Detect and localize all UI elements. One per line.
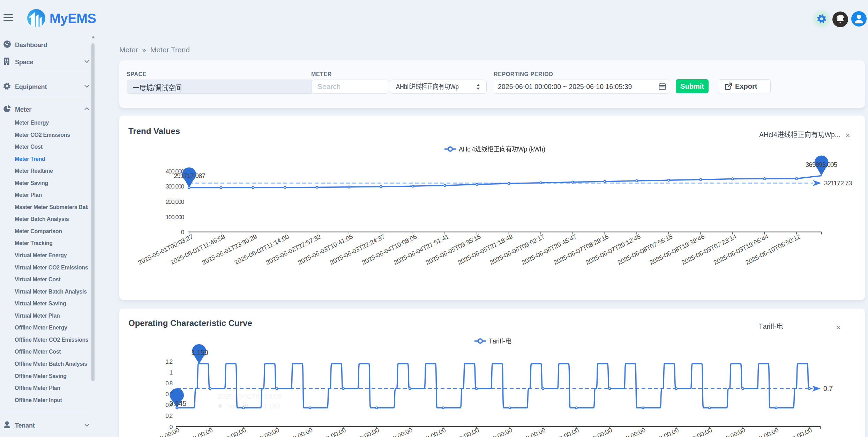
svg-text:2025-06-08T19:39:46: 2025-06-08T19:39:46 [649, 233, 706, 266]
svg-text:2025-06-04T21:51:41: 2025-06-04T21:51:41 [393, 233, 450, 266]
svg-text:2025-06-08T07:56:15: 2025-06-08T07:56:15 [616, 233, 674, 266]
svg-text:00:00:00: 00:00:00 [156, 426, 181, 437]
svg-text:12:00:00: 12:00:00 [588, 426, 613, 437]
svg-text:12:00:00: 12:00:00 [389, 426, 414, 437]
svg-text:12:00:00: 12:00:00 [788, 426, 813, 437]
svg-text:0.345: 0.345 [170, 400, 187, 407]
svg-text:2025-06-01T00:03:27: 2025-06-01T00:03:27 [137, 233, 194, 266]
svg-text:2025-06-01T23:30:29: 2025-06-01T23:30:29 [201, 233, 258, 266]
svg-text:2025-06-04T10:08:06: 2025-06-04T10:08:06 [361, 233, 418, 266]
svg-text:00:00:00: 00:00:00 [422, 426, 447, 437]
svg-text:2025-06-05T09:35:15: 2025-06-05T09:35:15 [425, 233, 482, 266]
svg-text:100,000: 100,000 [166, 214, 184, 221]
svg-text:00:00:00: 00:00:00 [688, 426, 713, 437]
svg-text:2025-06-09T07:23:14: 2025-06-09T07:23:14 [681, 233, 738, 266]
svg-text:2025-06-01T08:00:00: 2025-06-01T08:00:00 [218, 393, 282, 400]
svg-text:00:00:00: 00:00:00 [622, 426, 647, 437]
svg-text:321172.73: 321172.73 [824, 179, 852, 187]
svg-text:0.2: 0.2 [165, 413, 173, 419]
svg-text:12:00:00: 12:00:00 [522, 426, 547, 437]
svg-text:00:00:00: 00:00:00 [222, 426, 247, 437]
svg-text:00:00:00: 00:00:00 [755, 426, 780, 437]
svg-text:2025-06-02T11:14:00: 2025-06-02T11:14:00 [233, 233, 290, 266]
svg-text:369893.005: 369893.005 [806, 161, 837, 168]
svg-text:1.159: 1.159 [191, 349, 208, 356]
svg-text:12:00:00: 12:00:00 [189, 426, 214, 437]
svg-text:1.2: 1.2 [165, 358, 173, 365]
svg-text:2025-06-03T22:24:37: 2025-06-03T22:24:37 [329, 233, 386, 266]
svg-text:2025-06-06T20:45:47: 2025-06-06T20:45:47 [521, 233, 578, 266]
svg-text:0.8: 0.8 [165, 380, 173, 387]
svg-text:2025-06-05T21:18:49: 2025-06-05T21:18:49 [457, 233, 514, 266]
svg-text:1.159: 1.159 [263, 402, 280, 410]
svg-text:200,000: 200,000 [166, 199, 184, 205]
svg-text:12:00:00: 12:00:00 [721, 426, 747, 437]
svg-text:12:00:00: 12:00:00 [322, 426, 347, 437]
svg-text:2025-06-01T11:46:58: 2025-06-01T11:46:58 [169, 233, 226, 266]
svg-text:0: 0 [181, 229, 184, 236]
svg-text:2025-06-06T09:02:17: 2025-06-06T09:02:17 [489, 233, 546, 266]
svg-text:00:00:00: 00:00:00 [355, 426, 380, 437]
svg-text:291717.987: 291717.987 [174, 172, 205, 179]
svg-text:12:00:00: 12:00:00 [455, 426, 480, 437]
svg-text:00:00:00: 00:00:00 [488, 426, 514, 437]
svg-text:00:00:00: 00:00:00 [289, 426, 314, 437]
svg-text:300,000: 300,000 [166, 183, 184, 190]
svg-text:2025-06-07T20:12:45: 2025-06-07T20:12:45 [585, 233, 642, 266]
svg-text:2025-06-07T08:29:16: 2025-06-07T08:29:16 [553, 233, 610, 266]
svg-text:2025-06-02T22:57:32: 2025-06-02T22:57:32 [265, 233, 322, 266]
svg-text:12:00:00: 12:00:00 [655, 426, 680, 437]
svg-text:2025-06-09T19:06:44: 2025-06-09T19:06:44 [712, 233, 770, 266]
svg-text:00:00:00: 00:00:00 [555, 426, 580, 437]
svg-text:1: 1 [170, 369, 173, 376]
svg-text:12:00:00: 12:00:00 [255, 426, 280, 437]
svg-text:0.7: 0.7 [823, 385, 833, 392]
svg-text:2025-06-10T06:50:12: 2025-06-10T06:50:12 [744, 233, 802, 266]
svg-text:2025-06-03T10:41:05: 2025-06-03T10:41:05 [297, 233, 354, 266]
